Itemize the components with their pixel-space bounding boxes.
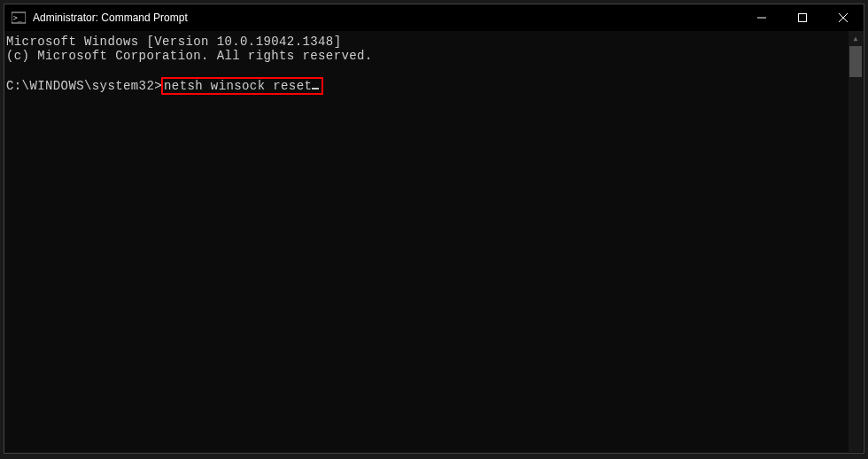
scroll-up-arrow-icon[interactable]: ▲: [849, 31, 863, 45]
titlebar[interactable]: >_ Administrator: Command Prompt: [4, 4, 864, 31]
close-button[interactable]: [823, 4, 864, 31]
copyright-line: (c) Microsoft Corporation. All rights re…: [6, 49, 373, 63]
command-prompt-window: >_ Administrator: Command Prompt Microso…: [4, 4, 864, 454]
maximize-button[interactable]: [782, 4, 823, 31]
version-line: Microsoft Windows [Version 10.0.19042.13…: [6, 35, 341, 49]
svg-text:>_: >_: [13, 14, 22, 22]
command-highlight: netsh winsock reset: [161, 77, 323, 95]
terminal-body[interactable]: Microsoft Windows [Version 10.0.19042.13…: [4, 31, 864, 453]
prompt: C:\WINDOWS\system32>: [6, 79, 162, 93]
vertical-scrollbar[interactable]: ▲: [849, 31, 863, 452]
svg-rect-3: [799, 14, 807, 22]
text-cursor: [312, 79, 319, 89]
command-text: netsh winsock reset: [164, 79, 312, 93]
window-controls: [741, 4, 864, 31]
window-title: Administrator: Command Prompt: [31, 12, 741, 24]
cmd-icon: >_: [12, 11, 26, 25]
scroll-thumb[interactable]: [849, 46, 862, 77]
minimize-button[interactable]: [741, 4, 782, 31]
